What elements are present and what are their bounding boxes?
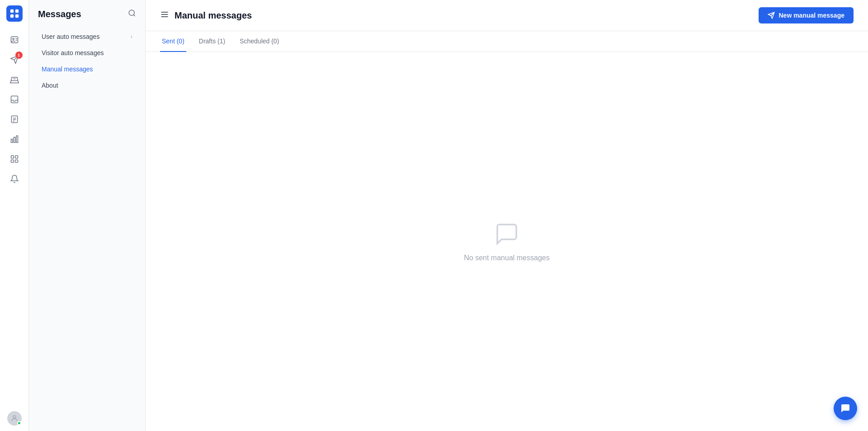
chat-bubble-icon	[840, 403, 851, 414]
sidebar-title: Messages	[38, 9, 81, 19]
svg-rect-9	[11, 96, 18, 103]
svg-rect-16	[11, 139, 12, 143]
svg-rect-3	[15, 14, 18, 18]
empty-state-text: No sent manual messages	[464, 254, 549, 262]
about-label: About	[42, 82, 58, 89]
sidebar-item-apps[interactable]	[5, 150, 24, 168]
tab-drafts[interactable]: Drafts (1)	[197, 31, 227, 52]
svg-rect-0	[10, 9, 13, 13]
sidebar-item-contacts[interactable]	[5, 31, 24, 49]
sidebar-item-about[interactable]: About	[33, 77, 142, 94]
svg-rect-22	[15, 160, 18, 163]
sidebar-item-visitor-auto-messages[interactable]: Visitor auto messages	[33, 45, 142, 61]
visitor-auto-messages-label: Visitor auto messages	[42, 49, 104, 56]
tabs-bar: Sent (0) Drafts (1) Scheduled (0)	[146, 31, 868, 52]
user-avatar[interactable]	[7, 411, 22, 426]
chat-support-button[interactable]	[834, 397, 857, 420]
empty-message-icon	[494, 221, 519, 247]
svg-rect-1	[15, 9, 18, 13]
online-indicator	[17, 421, 21, 425]
search-button[interactable]	[128, 9, 136, 19]
inbox-icon	[10, 75, 19, 84]
empty-state: No sent manual messages	[146, 52, 868, 431]
analytics-icon	[10, 135, 19, 144]
hamburger-button[interactable]	[160, 10, 169, 21]
messages-badge: 1	[15, 52, 23, 59]
sidebar-item-notifications[interactable]	[5, 170, 24, 188]
svg-rect-2	[10, 14, 13, 18]
app-logo[interactable]	[6, 5, 23, 22]
svg-point-23	[13, 416, 16, 418]
apps-icon	[10, 155, 19, 164]
new-manual-message-button[interactable]: New manual message	[759, 7, 854, 23]
sidebar-item-outbox[interactable]	[5, 90, 24, 108]
svg-point-5	[12, 38, 14, 40]
secondary-sidebar: Messages User auto messages › Visitor au…	[29, 0, 146, 431]
manual-messages-label: Manual messages	[42, 66, 93, 73]
avatar-icon	[10, 414, 19, 422]
svg-rect-12	[11, 116, 17, 123]
svg-rect-21	[11, 160, 14, 163]
contacts-icon	[10, 35, 19, 44]
new-message-label: New manual message	[778, 12, 844, 19]
svg-line-25	[133, 14, 135, 16]
drafts-tab-label: Drafts (1)	[199, 37, 225, 45]
page-title: Manual messages	[175, 10, 252, 21]
tab-sent[interactable]: Sent (0)	[160, 31, 186, 52]
sidebar-item-manual-messages[interactable]: Manual messages	[33, 61, 142, 77]
tab-scheduled[interactable]: Scheduled (0)	[238, 31, 281, 52]
user-auto-messages-label: User auto messages	[42, 33, 99, 40]
sidebar-item-user-auto-messages[interactable]: User auto messages ›	[33, 28, 142, 45]
main-content: Manual messages New manual message Sent …	[146, 0, 868, 431]
hamburger-icon	[160, 10, 169, 19]
logo-icon	[9, 9, 19, 19]
sidebar-item-inbox[interactable]	[5, 70, 24, 89]
svg-rect-17	[14, 137, 15, 143]
icon-nav: 1	[0, 0, 29, 431]
svg-point-24	[129, 10, 134, 15]
main-header: Manual messages New manual message	[146, 0, 868, 31]
scheduled-tab-label: Scheduled (0)	[240, 37, 279, 45]
svg-rect-18	[16, 136, 18, 143]
header-left: Manual messages	[160, 10, 252, 21]
sidebar-title-area: Messages	[29, 9, 145, 28]
svg-rect-20	[15, 156, 18, 159]
sent-tab-label: Sent (0)	[162, 37, 184, 45]
notes-icon	[10, 115, 19, 124]
search-icon	[128, 9, 136, 17]
send-icon	[768, 12, 775, 19]
sidebar-item-analytics[interactable]	[5, 130, 24, 148]
sidebar-item-messages[interactable]: 1	[5, 51, 24, 69]
chevron-right-icon: ›	[131, 33, 132, 40]
svg-rect-19	[11, 156, 14, 159]
sidebar-item-notes[interactable]	[5, 110, 24, 128]
outbox-icon	[10, 95, 19, 104]
notifications-icon	[10, 174, 19, 183]
